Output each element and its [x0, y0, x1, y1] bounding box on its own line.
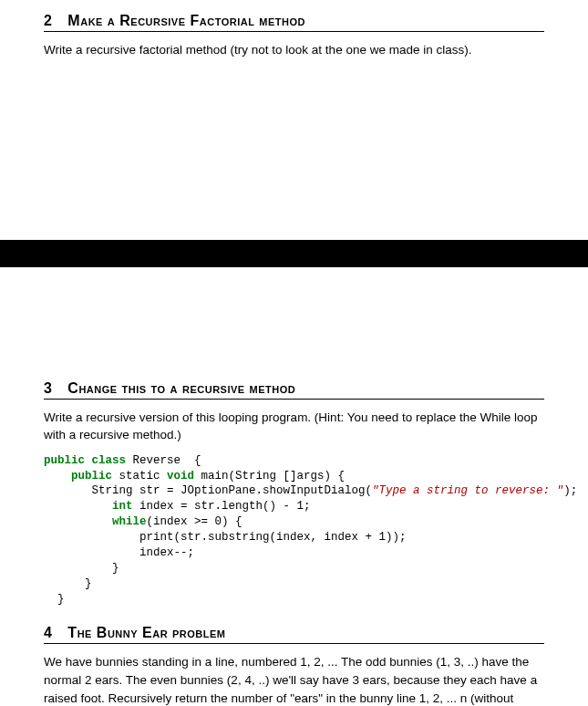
code-text: }	[44, 577, 92, 590]
code-text: print(str.substring(index, index + 1));	[44, 531, 407, 544]
blank-space	[44, 67, 544, 222]
code-kw: while	[112, 515, 147, 528]
section-2-number: 2	[44, 13, 52, 29]
page-upper: 2 Make a Recursive Factorial method Writ…	[0, 0, 588, 240]
code-pad	[44, 484, 92, 497]
code-text: (index >= 0) {	[147, 515, 242, 528]
code-text: index = str.length() - 1;	[133, 500, 311, 513]
section-2-body: Write a recursive factorial method (try …	[44, 41, 544, 59]
code-block: public class Reverse { public static voi…	[44, 453, 544, 607]
section-2-title: Make a Recursive Factorial method	[67, 13, 305, 28]
code-text: static	[112, 470, 167, 483]
section-3-number: 3	[44, 380, 52, 397]
section-4-number: 4	[44, 625, 52, 641]
page-divider	[0, 240, 588, 267]
code-text: index--;	[44, 546, 194, 559]
code-kw: void	[167, 470, 194, 483]
code-text: main(String []args) {	[194, 470, 345, 483]
code-text: );	[563, 484, 577, 497]
code-pad	[44, 500, 112, 513]
section-4-body: We have bunnies standing in a line, numb…	[44, 653, 544, 706]
code-text: String str = JOptionPane.showInputDialog…	[92, 484, 373, 497]
code-pad	[44, 515, 112, 528]
code-text: }	[44, 562, 119, 575]
section-3-body: Write a recursive version of this loopin…	[44, 409, 544, 444]
code-kw: public class	[44, 454, 126, 467]
page-lower: 3 Change this to a recursive method Writ…	[0, 267, 588, 706]
code-kw: int	[112, 500, 133, 513]
code-kw: public	[71, 470, 112, 483]
code-string: "Type a string to reverse: "	[372, 484, 563, 497]
section-4-title: The Bunny Ear problem	[67, 625, 225, 640]
section-2-heading: 2 Make a Recursive Factorial method	[44, 13, 544, 32]
code-pad	[44, 470, 71, 483]
section-3-heading: 3 Change this to a recursive method	[44, 380, 544, 400]
section-3-title: Change this to a recursive method	[67, 380, 295, 396]
blank-space-2	[44, 273, 544, 373]
code-text: }	[44, 593, 65, 606]
code-text: Reverse {	[126, 454, 201, 467]
section-4-heading: 4 The Bunny Ear problem	[44, 625, 544, 644]
